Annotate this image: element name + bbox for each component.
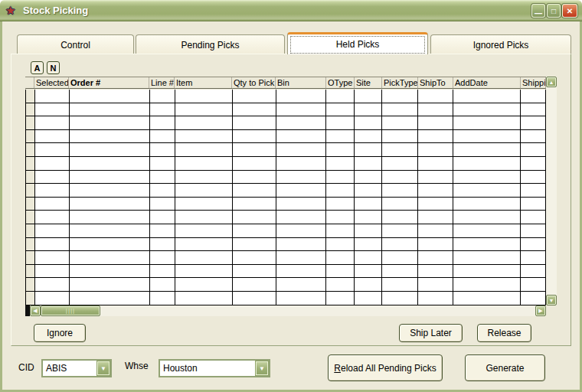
row-selector-cell[interactable] xyxy=(26,184,35,197)
grid-cell[interactable] xyxy=(233,184,276,197)
grid-cell[interactable] xyxy=(175,116,233,129)
row-selector-cell[interactable] xyxy=(26,211,35,224)
grid-cell[interactable] xyxy=(175,224,233,237)
grid-cell[interactable] xyxy=(70,103,150,116)
grid-cell[interactable] xyxy=(326,251,355,264)
row-selector-cell[interactable] xyxy=(26,238,35,251)
grid-cell[interactable] xyxy=(453,90,521,103)
grid-cell[interactable] xyxy=(453,130,521,143)
grid-cell[interactable] xyxy=(150,103,175,116)
scroll-right-button[interactable]: ▶ xyxy=(535,305,546,316)
grid-cell[interactable] xyxy=(276,116,327,129)
grid-cell[interactable] xyxy=(355,116,382,129)
grid-cell[interactable] xyxy=(355,130,382,143)
grid-cell[interactable] xyxy=(521,116,546,129)
grid-cell[interactable] xyxy=(418,238,453,251)
grid-cell[interactable] xyxy=(355,171,382,184)
grid-cell[interactable] xyxy=(326,265,355,278)
grid-cell[interactable] xyxy=(326,238,355,251)
grid-cell[interactable] xyxy=(35,171,70,184)
maximize-button[interactable]: □ xyxy=(547,4,561,18)
grid-cell[interactable] xyxy=(418,198,453,211)
grid-cell[interactable] xyxy=(382,184,418,197)
column-header-picktype[interactable]: PickType xyxy=(382,77,418,88)
grid-cell[interactable] xyxy=(150,224,175,237)
grid-cell[interactable] xyxy=(326,224,355,237)
horizontal-scroll-thumb[interactable]: |||| xyxy=(41,305,100,316)
grid-cell[interactable] xyxy=(175,278,233,291)
grid-cell[interactable] xyxy=(326,211,355,224)
grid-cell[interactable] xyxy=(418,265,453,278)
cid-combobox[interactable]: ABIS ▼ xyxy=(41,359,112,377)
grid-cell[interactable] xyxy=(70,171,150,184)
grid-cell[interactable] xyxy=(35,157,70,170)
grid-cell[interactable] xyxy=(276,103,327,116)
grid-cell[interactable] xyxy=(521,90,546,103)
grid-cell[interactable] xyxy=(521,224,546,237)
column-header-otype[interactable]: OType xyxy=(326,77,355,88)
tab-pending-picks[interactable]: Pending Picks xyxy=(136,34,285,54)
row-selector-cell[interactable] xyxy=(26,265,35,278)
grid-cell[interactable] xyxy=(150,238,175,251)
grid-cell[interactable] xyxy=(382,116,418,129)
grid-cell[interactable] xyxy=(35,116,70,129)
grid-cell[interactable] xyxy=(276,198,327,211)
grid-cell[interactable] xyxy=(326,184,355,197)
grid-cell[interactable] xyxy=(418,251,453,264)
release-button[interactable]: Release xyxy=(477,324,531,342)
grid-cell[interactable] xyxy=(382,238,418,251)
grid-cell[interactable] xyxy=(453,265,521,278)
grid-cell[interactable] xyxy=(175,238,233,251)
grid-cell[interactable] xyxy=(382,211,418,224)
row-selector-cell[interactable] xyxy=(26,143,35,156)
grid-cell[interactable] xyxy=(355,224,382,237)
column-header-selected[interactable]: Selected xyxy=(34,77,69,88)
grid-cell[interactable] xyxy=(233,211,276,224)
grid-cell[interactable] xyxy=(70,238,150,251)
scroll-down-button[interactable]: ▼ xyxy=(546,295,557,305)
grid-cell[interactable] xyxy=(175,130,233,143)
cid-dropdown-button[interactable]: ▼ xyxy=(96,361,110,376)
column-header-shipping[interactable]: Shipping xyxy=(521,77,546,88)
grid-cell[interactable] xyxy=(233,116,276,129)
row-selector-cell[interactable] xyxy=(26,103,35,116)
scroll-up-button[interactable]: ▲ xyxy=(546,77,557,87)
tab-held-picks[interactable]: Held Picks xyxy=(287,32,428,54)
grid-cell[interactable] xyxy=(276,90,327,103)
grid-cell[interactable] xyxy=(453,171,521,184)
grid-cell[interactable] xyxy=(175,198,233,211)
select-all-button[interactable]: A xyxy=(31,61,44,74)
ship-later-button[interactable]: Ship Later xyxy=(399,324,463,342)
grid-cell[interactable] xyxy=(453,116,521,129)
grid-cell[interactable] xyxy=(355,157,382,170)
grid-cell[interactable] xyxy=(418,143,453,156)
row-selector-cell[interactable] xyxy=(26,251,35,264)
grid-cell[interactable] xyxy=(233,278,276,291)
grid-cell[interactable] xyxy=(276,211,327,224)
close-button[interactable]: ✕ xyxy=(562,4,577,18)
grid-cell[interactable] xyxy=(276,292,327,305)
grid-cell[interactable] xyxy=(382,198,418,211)
grid-cell[interactable] xyxy=(453,103,521,116)
grid-cell[interactable] xyxy=(521,157,546,170)
grid-cell[interactable] xyxy=(418,103,453,116)
grid-cell[interactable] xyxy=(382,130,418,143)
column-header-item[interactable]: Item xyxy=(175,77,232,88)
grid-cell[interactable] xyxy=(326,143,355,156)
grid-cell[interactable] xyxy=(70,90,150,103)
grid-cell[interactable] xyxy=(175,90,233,103)
grid-cell[interactable] xyxy=(150,211,175,224)
grid-cell[interactable] xyxy=(453,157,521,170)
grid-cell[interactable] xyxy=(326,292,355,305)
ignore-button[interactable]: Ignore xyxy=(34,324,86,342)
grid-cell[interactable] xyxy=(35,238,70,251)
grid-cell[interactable] xyxy=(382,292,418,305)
row-selector-header[interactable] xyxy=(25,77,34,88)
grid-cell[interactable] xyxy=(453,292,521,305)
grid-cell[interactable] xyxy=(70,198,150,211)
grid-cell[interactable] xyxy=(276,184,327,197)
grid-cell[interactable] xyxy=(355,184,382,197)
vertical-scrollbar[interactable]: ▲ ▼ xyxy=(546,77,557,305)
grid-cell[interactable] xyxy=(521,184,546,197)
grid-cell[interactable] xyxy=(453,184,521,197)
